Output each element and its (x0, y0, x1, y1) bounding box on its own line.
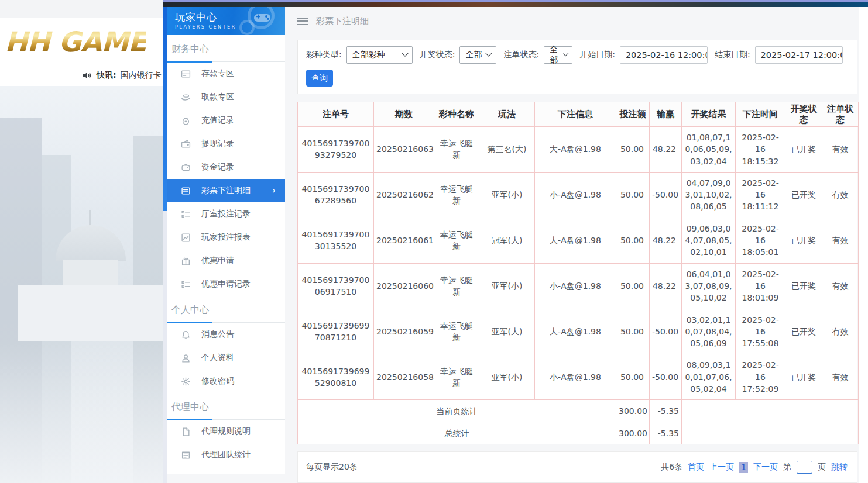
column-header: 下注信息 (535, 102, 616, 127)
sidebar-item[interactable]: 资金记录 (167, 156, 285, 179)
cell-bet_status: 有效 (822, 127, 859, 172)
chart-icon (181, 233, 191, 243)
sidebar-item[interactable]: 优惠申请 (167, 249, 285, 272)
sidebar-item-label: 资金记录 (201, 162, 234, 172)
current-page[interactable]: 1 (739, 462, 748, 473)
pager-controls: 共6条 首页 上一页 1 下一页 第 页 跳转 (661, 461, 848, 474)
list-icon (181, 209, 191, 219)
withdraw-hand-icon (181, 92, 191, 102)
cell-play: 亚军(小) (479, 263, 535, 309)
cell-period: 20250216063 (374, 127, 434, 172)
cell-result: 08,09,03,10,01,07,06,05,02,04 (682, 354, 736, 400)
sidebar-item[interactable]: 代理团队统计 (167, 443, 285, 467)
next-page-link[interactable]: 下一页 (753, 462, 778, 472)
prev-page-link[interactable]: 上一页 (709, 462, 734, 472)
draw-status-select[interactable]: 全部 (459, 46, 496, 64)
sidebar-item[interactable]: 存款专区 (167, 62, 285, 85)
jump-page-input[interactable] (797, 461, 812, 474)
cell-bet_info: 小-A盘@1.98 (535, 354, 616, 400)
table-row: 40156917397009327952020250216063幸运飞艇新第三名… (298, 127, 859, 172)
summary-cell: -5.35 (650, 422, 682, 444)
decor-circle (239, 20, 255, 35)
summary-cell: 300.00 (616, 422, 650, 444)
background-topbar (0, 0, 167, 18)
sidebar: 玩家中心 PLAYERS CENTER 财务中心存款专区取款专区充值记录提现记录… (167, 7, 285, 474)
chevron-right-icon: › (272, 185, 276, 196)
cell-bet_time: 2025-02-16 18:05:01 (736, 218, 785, 263)
cell-result: 09,06,03,04,07,08,05,02,10,01 (682, 218, 736, 263)
summary-row: 总统计300.00-5.35 (298, 422, 859, 444)
column-header: 注单号 (298, 102, 374, 127)
sidebar-item[interactable]: 充值记录 (167, 109, 285, 132)
cell-period: 20250216058 (374, 354, 434, 400)
sidebar-item-label: 优惠申请记录 (201, 279, 251, 289)
player-center-panel: 玩家中心 PLAYERS CENTER 财务中心存款专区取款专区充值记录提现记录… (163, 0, 868, 483)
sidebar-item[interactable]: 个人资料 (167, 346, 285, 370)
capitol-spire (89, 210, 91, 226)
cell-lottery: 幸运飞艇新 (434, 218, 479, 263)
sidebar-item[interactable]: 修改密码 (167, 370, 285, 393)
bet-status-select[interactable]: 全部 (544, 46, 572, 64)
column-header: 开奖结果 (682, 102, 736, 127)
content-header: 彩票下注明细 (285, 7, 859, 35)
news-ticker: 快讯: 国内银行卡 (0, 65, 167, 85)
cell-bet_time: 2025-02-16 18:15:32 (736, 127, 785, 172)
end-date-input[interactable] (755, 46, 843, 64)
summary-cell: 当前页统计 (298, 400, 616, 422)
table-row: 40156917396997087121020250216059幸运飞艇新亚军(… (298, 309, 859, 354)
page-title: 彩票下注明细 (316, 16, 369, 27)
capitol-drum (63, 260, 118, 286)
cell-bet_status: 有效 (822, 172, 859, 218)
cell-lottery: 幸运飞艇新 (434, 172, 479, 218)
column-header: 投注额 (616, 102, 650, 127)
speaker-icon (83, 71, 92, 80)
cell-bet_status: 有效 (822, 354, 859, 400)
cell-result: 03,02,01,10,07,08,04,05,06,09 (682, 309, 736, 354)
right-gutter (859, 7, 868, 483)
sidebar-item[interactable]: 优惠申请记录 (167, 272, 285, 296)
column-header: 彩种名称 (434, 102, 479, 127)
capitol-base (18, 285, 167, 341)
cell-amount: 50.00 (616, 218, 650, 263)
sidebar-item[interactable]: 厅室投注记录 (167, 202, 285, 226)
sidebar-item-label: 消息公告 (201, 329, 234, 340)
pagination-bar: 每页显示20条 共6条 首页 上一页 1 下一页 第 页 跳转 (297, 451, 857, 483)
start-date-input[interactable] (620, 46, 708, 64)
cell-bet_time: 2025-02-16 18:11:12 (736, 172, 785, 218)
summary-cell (682, 400, 859, 422)
cell-win_loss: 48.22 (650, 127, 682, 172)
sidebar-item-label: 个人资料 (201, 353, 234, 363)
cell-bet_info: 小-A盘@1.98 (535, 263, 616, 309)
sidebar-item[interactable]: 提现记录 (167, 132, 285, 156)
sidebar-item[interactable]: 消息公告 (167, 323, 285, 346)
cell-lottery: 幸运飞艇新 (434, 127, 479, 172)
cell-lottery: 幸运飞艇新 (434, 263, 479, 309)
cell-play: 亚军(小) (479, 172, 535, 218)
sidebar-item[interactable]: 玩家投注报表 (167, 226, 285, 249)
table-row: 40156917397000691751020250216060幸运飞艇新亚军(… (298, 263, 859, 309)
jump-button[interactable]: 跳转 (831, 462, 848, 472)
news-icon (181, 450, 191, 460)
jump-label-post: 页 (818, 462, 826, 472)
ticker-text: 国内银行卡 (121, 70, 162, 81)
first-page-link[interactable]: 首页 (688, 462, 704, 472)
cell-bet_id: 401569173969952900810 (298, 354, 374, 400)
sidebar-item[interactable]: 彩票下注明细› (167, 179, 285, 202)
bet-list-icon (181, 186, 191, 196)
section-title: 财务中心 (167, 39, 285, 61)
screen: HH GAME 快讯: 国内银行卡 (0, 0, 868, 483)
cell-play: 亚军(大) (479, 309, 535, 354)
table-header-row: 注单号期数彩种名称玩法下注信息投注额输赢开奖结果下注时间开奖状态注单状态 (298, 102, 859, 127)
cell-bet_id: 401569173970067289560 (298, 172, 374, 218)
draw-status-value: 全部 (465, 50, 482, 60)
menu-toggle-icon[interactable] (297, 18, 308, 25)
table-row: 40156917397003013552020250216061幸运飞艇新冠军(… (298, 218, 859, 263)
sidebar-item[interactable]: 取款专区 (167, 85, 285, 109)
cell-amount: 50.00 (616, 172, 650, 218)
section-title: 代理中心 (167, 396, 285, 419)
chevron-down-icon (402, 50, 408, 57)
lottery-type-select[interactable]: 全部彩种 (346, 46, 413, 64)
search-button[interactable]: 查询 (306, 70, 333, 87)
top-strip-banner (163, 2, 868, 7)
sidebar-item[interactable]: 代理规则说明 (167, 420, 285, 443)
